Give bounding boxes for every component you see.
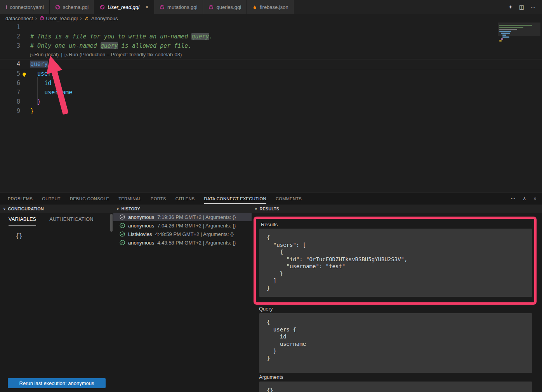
maximize-panel-icon[interactable]: ∧ bbox=[523, 196, 526, 201]
chevron-down-icon: ∨ bbox=[3, 207, 6, 211]
close-panel-icon[interactable]: × bbox=[533, 196, 537, 201]
graphql-icon bbox=[208, 5, 214, 10]
code-editor[interactable]: 1 2 # This is a file for you to write an… bbox=[0, 23, 542, 192]
panel-tab-comments[interactable]: COMMENTS bbox=[276, 194, 302, 204]
panel-tab-problems[interactable]: PROBLEMS bbox=[8, 194, 33, 204]
run-local-link[interactable]: ▷Run (local) bbox=[30, 50, 59, 59]
results-json: { "users": [ { "id": "OrTucFODZHTksvBSBU… bbox=[259, 229, 532, 297]
panel-tab-data-connect-execution[interactable]: DATA CONNECT EXECUTION bbox=[204, 194, 266, 204]
check-circle-icon bbox=[120, 214, 125, 220]
history-item[interactable]: anonymous 7:04:26 PM GMT+2 | Arguments: … bbox=[113, 221, 252, 230]
tab-label: queries.gql bbox=[216, 4, 241, 10]
tab-queries-gql[interactable]: queries.gql bbox=[203, 0, 247, 14]
tab-label: schema.gql bbox=[63, 4, 89, 10]
results-header[interactable]: ∨ RESULTS bbox=[252, 205, 542, 213]
check-circle-icon bbox=[120, 223, 125, 228]
code-line-1: 1 bbox=[0, 23, 542, 32]
tab-variables[interactable]: VARIABLES bbox=[9, 216, 36, 225]
close-icon[interactable]: × bbox=[145, 4, 148, 10]
tab-label: connector.yaml bbox=[10, 4, 43, 10]
panel-tab-gitlens[interactable]: GITLENS bbox=[175, 194, 195, 204]
code-line-7: 7 username bbox=[0, 88, 542, 97]
chevron-down-icon: ∨ bbox=[255, 207, 257, 211]
tab-label: mutations.gql bbox=[167, 4, 197, 10]
history-section: ∨ HISTORY anonymous 7:19:36 PM GMT+2 | A… bbox=[113, 205, 252, 392]
graphql-icon bbox=[160, 5, 165, 10]
panel-tab-debug-console[interactable]: DEBUG CONSOLE bbox=[70, 194, 109, 204]
copilot-sparkle-icon[interactable]: ✦ bbox=[508, 4, 513, 10]
panel-actions: ⋯ ∧ × bbox=[511, 196, 542, 201]
split-editor-icon[interactable]: ◫ bbox=[519, 4, 524, 10]
results-label: Results bbox=[261, 222, 278, 227]
codelens-row: ▷Run (local) | ▷Run (Production – Projec… bbox=[0, 50, 542, 59]
query-label: Query bbox=[259, 306, 273, 312]
breadcrumb: dataconnect › User_read.gql › Anonymous bbox=[0, 14, 542, 23]
chevron-down-icon: ∨ bbox=[116, 207, 119, 211]
tab-schema-gql[interactable]: schema.gql bbox=[50, 0, 94, 14]
code-line-9: 9 } bbox=[0, 106, 542, 116]
history-header[interactable]: ∨ HISTORY bbox=[113, 205, 252, 213]
tab-mutations-gql[interactable]: mutations.gql bbox=[154, 0, 203, 14]
check-circle-icon bbox=[120, 231, 125, 237]
rerun-last-execution-button[interactable]: Rerun last execution: anonymous bbox=[8, 378, 106, 388]
word-highlight: query bbox=[191, 33, 209, 40]
warning-icon: ! bbox=[5, 4, 7, 10]
code-line-8: 8 } bbox=[0, 97, 542, 106]
code-line-3: 3 # Only one un-named query is allowed p… bbox=[0, 41, 542, 50]
tab-label: firebase.json bbox=[260, 4, 288, 10]
results-section: ∨ RESULTS Results { "users": [ { "id": "… bbox=[252, 205, 542, 392]
chevron-right-icon: › bbox=[80, 15, 82, 21]
configuration-tabs: VARIABLES AUTHENTICATION bbox=[9, 216, 93, 225]
arguments-text: {} bbox=[259, 382, 532, 392]
query-symbol-icon bbox=[84, 16, 89, 21]
check-circle-icon bbox=[120, 240, 125, 245]
breadcrumb-folder[interactable]: dataconnect bbox=[5, 16, 33, 21]
code-line-6: 6 id bbox=[0, 78, 542, 88]
scrollbar-thumb[interactable] bbox=[110, 214, 113, 232]
breadcrumb-symbol[interactable]: Anonymous bbox=[84, 16, 118, 21]
graphql-icon bbox=[55, 5, 60, 10]
graphql-icon bbox=[40, 16, 44, 21]
code-line-5: 5 users{ bbox=[0, 69, 542, 78]
tab-label: User_read.gql bbox=[108, 4, 139, 10]
bottom-panel: PROBLEMS OUTPUT DEBUG CONSOLE TERMINAL P… bbox=[0, 192, 542, 392]
flame-icon bbox=[252, 5, 257, 10]
word-highlight: query bbox=[101, 42, 118, 49]
selected-word: query bbox=[30, 61, 48, 68]
panel-tab-terminal[interactable]: TERMINAL bbox=[118, 194, 141, 204]
history-item[interactable]: anonymous 4:43:58 PM GMT+2 | Arguments: … bbox=[113, 238, 252, 247]
history-item[interactable]: anonymous 7:19:36 PM GMT+2 | Arguments: … bbox=[113, 213, 252, 221]
history-item[interactable]: ListMovies 4:48:59 PM GMT+2 | Arguments:… bbox=[113, 230, 252, 238]
editor-actions: ✦ ◫ ⋯ bbox=[508, 0, 542, 14]
panel-tab-ports[interactable]: PORTS bbox=[151, 194, 166, 204]
query-text: { users { id username } } bbox=[259, 313, 532, 373]
panel-tab-output[interactable]: OUTPUT bbox=[42, 194, 61, 204]
code-line-2: 2 # This is a file for you to write an u… bbox=[0, 32, 542, 41]
run-icon: ▷ bbox=[30, 52, 33, 57]
more-actions-icon[interactable]: ⋯ bbox=[511, 196, 516, 201]
configuration-header[interactable]: ∨ CONFIGURATION bbox=[0, 205, 113, 213]
chevron-right-icon: › bbox=[35, 15, 37, 21]
tab-user-read-gql[interactable]: User_read.gql × bbox=[94, 0, 154, 14]
tab-connector-yaml[interactable]: ! connector.yaml bbox=[0, 0, 50, 14]
more-actions-icon[interactable]: ⋯ bbox=[530, 4, 536, 10]
arguments-label: Arguments bbox=[259, 374, 283, 380]
tab-firebase-json[interactable]: firebase.json bbox=[247, 0, 294, 14]
tab-authentication[interactable]: AUTHENTICATION bbox=[49, 216, 93, 225]
configuration-section: ∨ CONFIGURATION VARIABLES AUTHENTICATION… bbox=[0, 205, 114, 392]
panel-tab-bar: PROBLEMS OUTPUT DEBUG CONSOLE TERMINAL P… bbox=[0, 193, 542, 205]
minimap[interactable] bbox=[498, 23, 540, 77]
run-icon: ▷ bbox=[65, 52, 68, 57]
vscode-window: ! connector.yaml schema.gql User_read.gq… bbox=[0, 0, 542, 392]
graphql-icon bbox=[100, 5, 105, 10]
variables-editor[interactable]: {} bbox=[16, 232, 23, 239]
editor-tab-bar: ! connector.yaml schema.gql User_read.gq… bbox=[0, 0, 542, 14]
run-production-link[interactable]: ▷Run (Production – Project: friendly-fli… bbox=[65, 50, 182, 59]
breadcrumb-file[interactable]: User_read.gql bbox=[40, 16, 78, 21]
code-line-4: 4 query { bbox=[0, 59, 542, 69]
